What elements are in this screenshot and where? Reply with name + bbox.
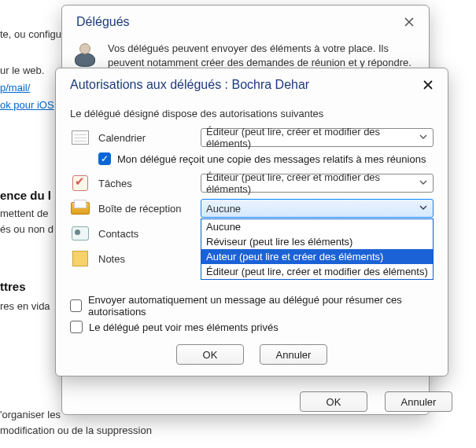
calendar-select-value: Éditeur (peut lire, créer et modifier de… [206,126,419,149]
bg-heading: ttres [0,280,26,293]
permissions-cancel-button[interactable]: Annuler [260,344,327,365]
private-items-checkbox[interactable] [70,321,83,333]
close-icon[interactable] [400,13,418,31]
close-icon[interactable] [419,76,437,94]
bg-link[interactable]: p/mail/ [0,82,30,94]
bg-text: te, ou configu [0,28,61,40]
delegates-title: Délégués [76,15,130,29]
permissions-ok-button[interactable]: OK [176,344,244,365]
inbox-option[interactable]: Réviseur (peut lire les éléments) [201,234,433,249]
bg-link[interactable]: ok pour iOS [0,99,54,111]
tasks-select[interactable]: Éditeur (peut lire, créer et modifier de… [201,174,434,193]
permissions-title: Autorisations aux délégués : Bochra Deha… [70,78,309,92]
bg-heading: ence du l [0,189,51,202]
contacts-label: Contacts [98,228,193,240]
private-items-label: Le délégué peut voir mes éléments privés [89,321,279,333]
calendar-label: Calendrier [98,132,193,144]
tasks-select-value: Éditeur (peut lire, créer et modifier de… [206,171,419,195]
copy-meetings-label: Mon délégué reçoit une copie des message… [117,153,426,165]
bg-text: 'organiser les [0,409,61,420]
bg-text: mettent de [0,207,48,219]
user-icon [73,42,100,68]
tasks-icon [70,174,90,192]
permissions-dialog: Autorisations aux délégués : Bochra Deha… [55,68,448,376]
inbox-icon [70,200,90,217]
inbox-select[interactable]: Aucune Aucune Réviseur (peut lire les él… [201,199,434,218]
bg-text: ur le web. [0,64,44,76]
chevron-down-icon [419,178,428,189]
notes-icon [70,250,90,267]
delegates-ok-button[interactable]: OK [300,391,367,412]
chevron-down-icon [419,132,428,144]
inbox-select-value: Aucune [206,203,241,215]
inbox-option[interactable]: Aucune [201,219,433,234]
bg-text: és ou non d [0,223,54,235]
permissions-description: Le délégué désigné dispose des autorisat… [70,108,434,119]
inbox-label: Boîte de réception [98,203,193,215]
tasks-label: Tâches [98,178,193,189]
delegates-cancel-button[interactable]: Annuler [385,391,452,412]
auto-send-checkbox[interactable] [70,299,82,312]
copy-meetings-checkbox[interactable]: ✓ [98,152,111,165]
notes-label: Notes [98,253,193,265]
auto-send-label: Envoyer automatiquement un message au dé… [88,294,434,318]
bg-text: res en vida [0,300,50,312]
chevron-down-icon [419,203,428,215]
contacts-icon [70,225,90,242]
inbox-option[interactable]: Auteur (peut lire et créer des éléments) [201,249,433,264]
inbox-options-list: Aucune Réviseur (peut lire les éléments)… [201,218,434,280]
calendar-icon [70,129,90,146]
bg-text: modification ou de la suppression [0,424,152,436]
calendar-select[interactable]: Éditeur (peut lire, créer et modifier de… [201,128,434,147]
inbox-option[interactable]: Éditeur (peut lire, créer et modifier de… [201,264,433,279]
